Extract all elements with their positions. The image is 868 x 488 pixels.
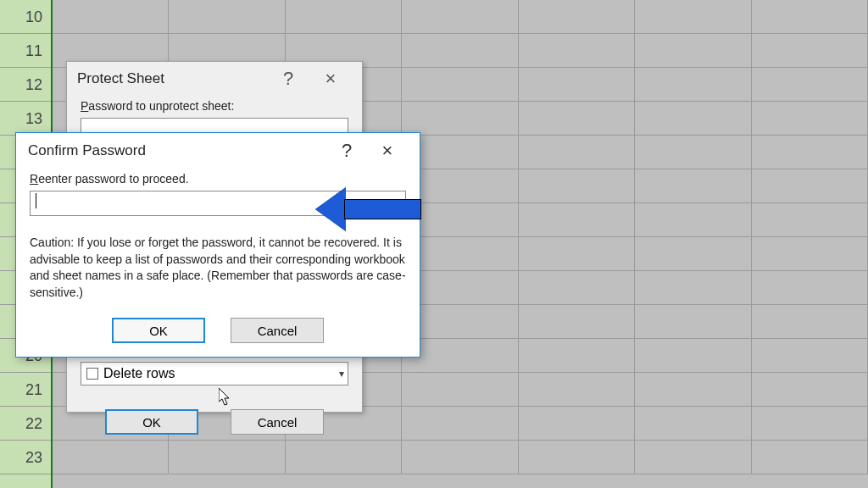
dialog-titlebar[interactable]: Protect Sheet ? × bbox=[67, 62, 362, 96]
row-header[interactable]: 12 bbox=[0, 68, 51, 102]
ok-button[interactable]: OK bbox=[105, 409, 198, 435]
reenter-password-label: Reenter password to proceed. bbox=[30, 172, 406, 186]
row-header[interactable]: 13 bbox=[0, 102, 51, 136]
dialog-titlebar[interactable]: Confirm Password ? × bbox=[16, 133, 420, 169]
confirm-password-dialog: Confirm Password ? × Reenter password to… bbox=[15, 132, 420, 358]
cancel-button[interactable]: Cancel bbox=[231, 409, 324, 435]
row-header[interactable]: 11 bbox=[0, 34, 51, 68]
cancel-button[interactable]: Cancel bbox=[231, 318, 324, 343]
help-icon[interactable]: ? bbox=[326, 140, 367, 162]
row-header[interactable]: 21 bbox=[0, 373, 51, 407]
ok-button[interactable]: OK bbox=[112, 318, 205, 343]
chevron-down-icon[interactable]: ▾ bbox=[339, 368, 344, 380]
row-header[interactable]: 10 bbox=[0, 0, 51, 34]
permission-item-label: Delete rows bbox=[103, 366, 175, 381]
caution-text: Caution: If you lose or forget the passw… bbox=[30, 235, 406, 301]
row-header[interactable]: 23 bbox=[0, 441, 51, 474]
permission-list[interactable]: Delete rows ▾ bbox=[81, 362, 348, 385]
row-header[interactable]: 22 bbox=[0, 407, 51, 441]
checkbox-icon[interactable] bbox=[86, 368, 98, 380]
password-label: Password to unprotect sheet: bbox=[81, 99, 348, 113]
reenter-password-input[interactable] bbox=[30, 191, 406, 216]
dialog-title: Protect Sheet bbox=[77, 70, 267, 87]
close-icon[interactable]: × bbox=[367, 140, 408, 162]
help-icon[interactable]: ? bbox=[267, 68, 309, 90]
dialog-title: Confirm Password bbox=[28, 142, 326, 159]
close-icon[interactable]: × bbox=[309, 68, 352, 90]
